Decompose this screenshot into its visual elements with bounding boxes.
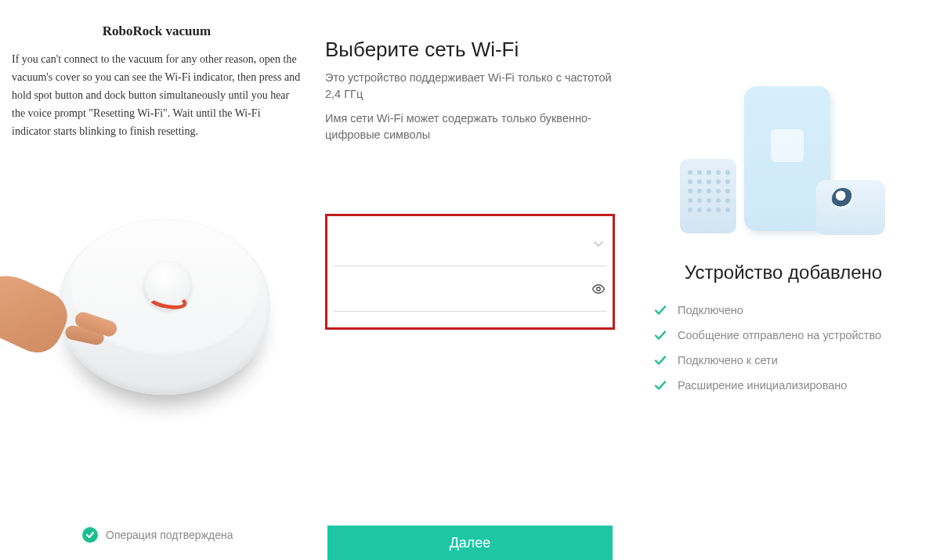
reset-instructions: If you can't connect to the vacuum for a… — [12, 50, 302, 140]
setup-step: Подключено к сети — [654, 354, 928, 367]
devices-illustration — [689, 86, 877, 243]
setup-step: Сообщение отправлено на устройство — [654, 329, 928, 341]
wifi-ssid-input[interactable] — [334, 233, 591, 253]
setup-steps-list: Подключено Сообщение отправлено на устро… — [638, 304, 928, 392]
setup-step-label: Подключено к сети — [678, 354, 778, 367]
setup-step-label: Сообщение отправлено на устройство — [678, 329, 881, 341]
setup-step: Расширение инициализировано — [654, 379, 928, 392]
check-icon — [654, 329, 667, 341]
wifi-name-note: Имя сети Wi-Fi может содержать только бу… — [325, 110, 615, 143]
check-circle-icon — [82, 527, 98, 543]
setup-step-label: Подключено — [678, 304, 743, 316]
operation-confirmed-label: Операция подтверждена — [106, 529, 233, 541]
wifi-freq-note: Это устройство поддерживает Wi-Fi только… — [325, 70, 615, 103]
svg-point-0 — [597, 287, 601, 291]
check-icon — [654, 304, 667, 316]
device-added-heading: Устройство добавлено — [638, 262, 928, 284]
wifi-ssid-field[interactable] — [334, 221, 606, 266]
vacuum-illustration — [12, 203, 278, 406]
device-name-heading: RoboRock vacuum — [12, 23, 302, 39]
next-button[interactable]: Далее — [327, 526, 613, 560]
wifi-form-highlight — [325, 214, 615, 330]
setup-step: Подключено — [654, 304, 928, 316]
check-icon — [654, 379, 667, 392]
check-icon — [654, 354, 667, 367]
operation-confirmed-row[interactable]: Операция подтверждена — [82, 527, 233, 543]
next-button-label: Далее — [450, 535, 491, 551]
chevron-down-icon[interactable] — [591, 236, 606, 251]
wifi-password-input[interactable] — [334, 279, 591, 298]
wifi-select-heading: Выберите сеть Wi-Fi — [325, 38, 615, 62]
setup-step-label: Расширение инициализировано — [678, 379, 847, 392]
wifi-password-field[interactable] — [334, 266, 606, 312]
eye-icon[interactable] — [591, 281, 606, 297]
